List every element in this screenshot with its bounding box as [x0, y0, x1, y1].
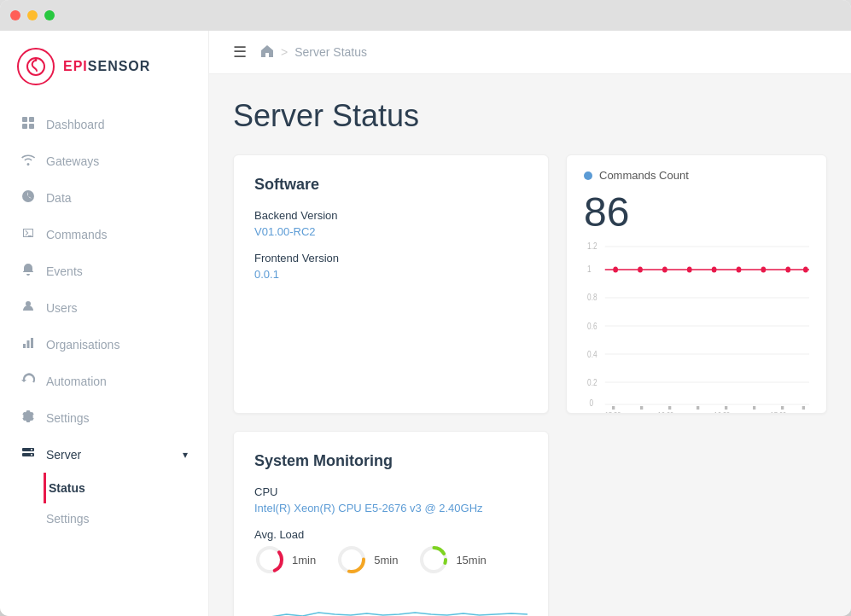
- commands-count-value: 86: [584, 189, 809, 235]
- svg-point-34: [737, 267, 742, 273]
- titlebar: [0, 0, 851, 31]
- svg-point-12: [31, 449, 32, 450]
- frontend-version-label: Frontend Version: [254, 252, 528, 264]
- user-icon: [20, 299, 36, 316]
- svg-text:16:30: 16:30: [714, 410, 731, 413]
- svg-point-37: [803, 267, 808, 273]
- avg-load-label: Avg. Load: [254, 528, 528, 541]
- cpu-chart: [254, 589, 528, 616]
- sidebar: EPISENSOR Dashboard: [0, 31, 209, 616]
- svg-rect-4: [22, 124, 27, 129]
- frontend-version-value: 0.0.1: [254, 268, 528, 281]
- svg-text:1: 1: [587, 264, 592, 274]
- home-icon[interactable]: [260, 44, 274, 61]
- svg-point-35: [761, 267, 766, 273]
- app-window: EPISENSOR Dashboard: [0, 0, 851, 616]
- svg-point-30: [638, 267, 643, 273]
- gauge-5min-label: 5min: [374, 554, 398, 567]
- server-submenu: Status Settings: [0, 473, 208, 534]
- svg-point-13: [31, 454, 32, 456]
- minimize-button[interactable]: [27, 10, 38, 20]
- svg-rect-45: [697, 406, 699, 410]
- sidebar-item-label: Events: [46, 264, 83, 278]
- cpu-value: Intel(R) Xeon(R) CPU E5-2676 v3 @ 2.40GH…: [254, 502, 528, 514]
- svg-point-31: [662, 267, 667, 273]
- svg-rect-48: [781, 406, 784, 410]
- sync-icon: [20, 373, 36, 389]
- sidebar-item-server[interactable]: Server ▾: [0, 436, 208, 473]
- menu-button[interactable]: ☰: [233, 43, 247, 61]
- sidebar-item-events[interactable]: Events: [0, 253, 208, 289]
- breadcrumb: > Server Status: [260, 44, 367, 61]
- svg-rect-47: [753, 406, 755, 410]
- svg-text:15:30: 15:30: [605, 410, 621, 413]
- breadcrumb-current: Server Status: [294, 45, 367, 59]
- commands-count-header: Commands Count: [584, 169, 809, 182]
- svg-point-32: [687, 267, 692, 273]
- sidebar-item-users[interactable]: Users: [0, 289, 208, 326]
- avg-load-row: 1min 5min: [254, 544, 528, 575]
- bell-icon: [20, 263, 36, 279]
- sidebar-item-dashboard[interactable]: Dashboard: [0, 106, 208, 142]
- gauge-15min: 15min: [418, 544, 486, 575]
- cpu-label: CPU: [254, 485, 528, 498]
- sidebar-item-label: Users: [46, 301, 78, 315]
- svg-point-33: [712, 267, 717, 273]
- software-card-title: Software: [254, 176, 528, 194]
- system-card-title: System Monitoring: [254, 452, 528, 470]
- svg-rect-42: [612, 406, 615, 410]
- software-card: Software Backend Version V01.00-RC2 Fron…: [233, 154, 549, 414]
- wifi-icon: [20, 153, 36, 169]
- sidebar-item-label: Organisations: [46, 338, 119, 352]
- page-title: Server Status: [233, 98, 827, 134]
- svg-rect-8: [27, 340, 30, 348]
- sidebar-item-label: Gateways: [46, 154, 99, 168]
- sidebar-item-data[interactable]: Data: [0, 179, 208, 216]
- svg-text:0.2: 0.2: [587, 378, 597, 387]
- sidebar-item-commands[interactable]: Commands: [0, 216, 208, 253]
- sidebar-item-server-settings[interactable]: Settings: [46, 503, 208, 534]
- close-button[interactable]: [10, 10, 20, 20]
- svg-rect-2: [22, 117, 27, 122]
- sidebar-item-organisations[interactable]: Organisations: [0, 326, 208, 363]
- backend-version-row: Backend Version V01.00-RC2: [254, 209, 528, 238]
- svg-text:16:00: 16:00: [658, 410, 674, 413]
- gauge-5min: 5min: [336, 544, 398, 575]
- gauge-15min-label: 15min: [456, 554, 486, 567]
- svg-text:1.2: 1.2: [587, 242, 597, 251]
- sidebar-item-label: Settings: [46, 411, 90, 425]
- sidebar-item-label: Server: [46, 448, 81, 462]
- sidebar-item-settings[interactable]: Settings: [0, 399, 208, 436]
- svg-rect-9: [31, 338, 33, 348]
- svg-rect-44: [668, 406, 671, 410]
- sidebar-item-server-status[interactable]: Status: [44, 473, 208, 503]
- svg-rect-43: [640, 406, 643, 410]
- svg-text:0.6: 0.6: [587, 322, 597, 331]
- svg-point-1: [35, 59, 38, 61]
- gauge-1min-label: 1min: [292, 554, 316, 567]
- sidebar-item-label: Automation: [46, 375, 107, 388]
- sidebar-item-automation[interactable]: Automation: [0, 363, 208, 399]
- svg-point-36: [785, 267, 790, 273]
- pie-icon: [20, 189, 36, 206]
- content-area: Server Status Software Backend Version V…: [209, 74, 851, 616]
- svg-text:0.8: 0.8: [587, 293, 597, 302]
- sidebar-item-gateways[interactable]: Gateways: [0, 142, 208, 179]
- sidebar-item-label: Commands: [46, 228, 108, 241]
- logo-area: EPISENSOR: [0, 48, 208, 106]
- svg-rect-49: [802, 406, 805, 410]
- grid-icon: [20, 116, 36, 132]
- maximize-button[interactable]: [44, 10, 55, 20]
- svg-text:0.4: 0.4: [587, 350, 597, 359]
- topbar: ☰ > Server Status: [209, 31, 851, 74]
- commands-count-label: Commands Count: [599, 169, 689, 182]
- svg-text:0: 0: [590, 398, 594, 408]
- main-content: ☰ > Server Status Server Status: [209, 31, 851, 616]
- dot-indicator: [584, 171, 592, 180]
- frontend-version-row: Frontend Version 0.0.1: [254, 252, 528, 281]
- chevron-down-icon: ▾: [183, 449, 188, 461]
- commands-chart: 1.2 1 0.8 0.6 0.4 0.2 0: [584, 242, 809, 413]
- top-cards-row: Software Backend Version V01.00-RC2 Fron…: [233, 154, 827, 414]
- logo-icon: [17, 48, 55, 85]
- server-icon: [20, 446, 36, 462]
